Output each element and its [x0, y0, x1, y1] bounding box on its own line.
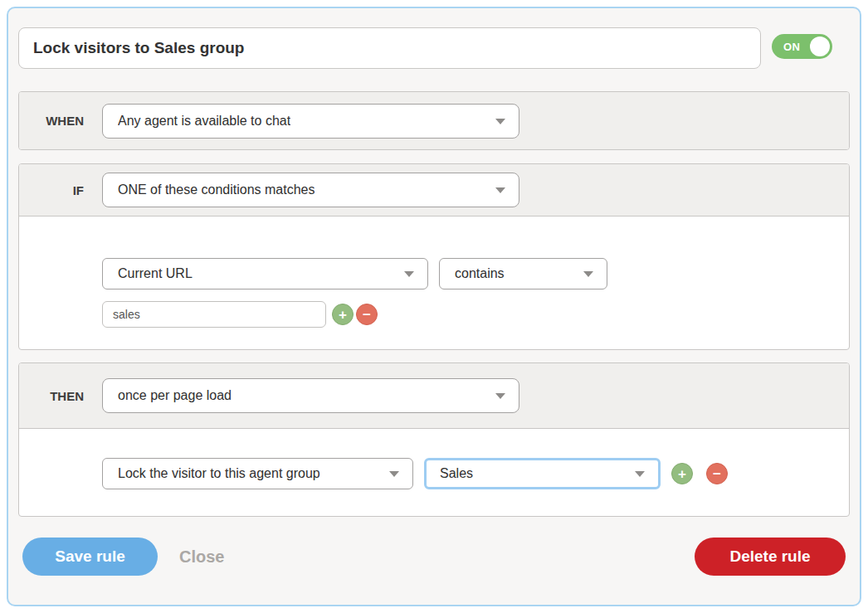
- if-section: IF ONE of these conditions matches Curre…: [18, 163, 850, 350]
- rule-editor-card: ON WHEN Any agent is available to chat I…: [7, 7, 861, 606]
- then-frequency-select[interactable]: once per page load: [102, 378, 519, 413]
- if-match-select[interactable]: ONE of these conditions matches: [102, 173, 519, 207]
- action-group-select[interactable]: Sales: [424, 458, 661, 489]
- close-button[interactable]: Close: [179, 538, 224, 576]
- delete-rule-button[interactable]: Delete rule: [695, 538, 846, 576]
- chevron-down-icon: [495, 187, 505, 193]
- condition-operator-select[interactable]: contains: [439, 258, 607, 289]
- condition-value-input[interactable]: [102, 301, 326, 328]
- plus-icon: +: [339, 308, 347, 322]
- add-condition-button[interactable]: +: [332, 304, 354, 325]
- minus-icon: −: [713, 467, 721, 481]
- chevron-down-icon: [404, 271, 414, 277]
- chevron-down-icon: [495, 119, 505, 124]
- remove-action-button[interactable]: −: [706, 463, 728, 484]
- condition-value-row: + −: [102, 301, 849, 328]
- then-section: THEN once per page load Lock the visitor…: [18, 362, 850, 517]
- when-header: WHEN Any agent is available to chat: [19, 92, 849, 149]
- then-label: THEN: [19, 389, 102, 403]
- toggle-knob: [810, 36, 830, 56]
- if-conditions-body: Current URL contains + −: [19, 216, 849, 328]
- chevron-down-icon: [389, 471, 399, 477]
- when-section: WHEN Any agent is available to chat: [18, 91, 850, 150]
- remove-condition-button[interactable]: −: [356, 304, 378, 325]
- save-rule-button[interactable]: Save rule: [22, 538, 158, 576]
- minus-icon: −: [363, 308, 371, 322]
- when-select[interactable]: Any agent is available to chat: [102, 104, 519, 139]
- condition-field-value: Current URL: [118, 266, 193, 281]
- rule-enabled-toggle[interactable]: ON: [772, 34, 832, 59]
- chevron-down-icon: [495, 393, 505, 399]
- rule-name-input[interactable]: [18, 27, 761, 69]
- condition-row: Current URL contains: [102, 258, 849, 289]
- action-type-value: Lock the visitor to this agent group: [118, 466, 320, 481]
- chevron-down-icon: [635, 471, 645, 477]
- action-group-value: Sales: [440, 466, 473, 481]
- chevron-down-icon: [583, 271, 593, 277]
- condition-field-select[interactable]: Current URL: [102, 258, 428, 289]
- when-select-value: Any agent is available to chat: [118, 114, 290, 129]
- when-label: WHEN: [19, 114, 102, 128]
- if-label: IF: [19, 183, 102, 197]
- then-actions-body: Lock the visitor to this agent group Sal…: [19, 429, 849, 489]
- then-header: THEN once per page load: [19, 363, 849, 429]
- if-header: IF ONE of these conditions matches: [19, 164, 849, 216]
- then-frequency-value: once per page load: [118, 388, 232, 403]
- toggle-state-label: ON: [783, 41, 801, 53]
- condition-operator-value: contains: [455, 266, 505, 281]
- action-row: Lock the visitor to this agent group Sal…: [102, 458, 849, 489]
- action-type-select[interactable]: Lock the visitor to this agent group: [102, 458, 413, 489]
- add-action-button[interactable]: +: [671, 463, 693, 484]
- plus-icon: +: [678, 467, 686, 481]
- if-match-select-value: ONE of these conditions matches: [118, 182, 315, 197]
